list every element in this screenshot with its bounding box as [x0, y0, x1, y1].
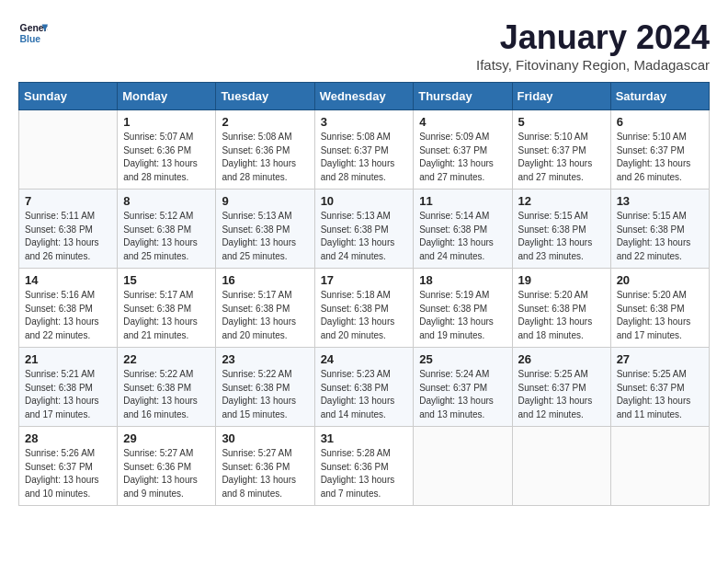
calendar-cell: 14Sunrise: 5:16 AM Sunset: 6:38 PM Dayli… [19, 269, 118, 348]
day-info: Sunrise: 5:11 AM Sunset: 6:38 PM Dayligh… [25, 210, 111, 263]
day-number: 7 [25, 194, 111, 208]
weekday-header-tuesday: Tuesday [216, 83, 314, 110]
calendar-cell: 10Sunrise: 5:13 AM Sunset: 6:38 PM Dayli… [314, 190, 414, 269]
weekday-header-thursday: Thursday [414, 83, 512, 110]
day-info: Sunrise: 5:22 AM Sunset: 6:38 PM Dayligh… [222, 368, 308, 421]
calendar-cell: 28Sunrise: 5:26 AM Sunset: 6:37 PM Dayli… [19, 427, 118, 506]
day-info: Sunrise: 5:16 AM Sunset: 6:38 PM Dayligh… [25, 289, 111, 342]
calendar-cell: 26Sunrise: 5:25 AM Sunset: 6:37 PM Dayli… [512, 348, 610, 427]
calendar-cell: 19Sunrise: 5:20 AM Sunset: 6:38 PM Dayli… [512, 269, 610, 348]
day-info: Sunrise: 5:18 AM Sunset: 6:38 PM Dayligh… [321, 289, 408, 342]
day-info: Sunrise: 5:23 AM Sunset: 6:38 PM Dayligh… [321, 368, 408, 421]
logo: General Blue [18, 18, 48, 48]
weekday-header-saturday: Saturday [610, 83, 709, 110]
calendar-cell [512, 427, 610, 506]
day-number: 29 [123, 431, 210, 445]
day-number: 11 [419, 194, 506, 208]
calendar-cell: 16Sunrise: 5:17 AM Sunset: 6:38 PM Dayli… [216, 269, 314, 348]
day-info: Sunrise: 5:17 AM Sunset: 6:38 PM Dayligh… [123, 289, 210, 342]
calendar-cell: 13Sunrise: 5:15 AM Sunset: 6:38 PM Dayli… [610, 190, 709, 269]
calendar-cell: 2Sunrise: 5:08 AM Sunset: 6:36 PM Daylig… [216, 110, 314, 190]
calendar-cell: 9Sunrise: 5:13 AM Sunset: 6:38 PM Daylig… [216, 190, 314, 269]
calendar-cell: 23Sunrise: 5:22 AM Sunset: 6:38 PM Dayli… [216, 348, 314, 427]
calendar-cell: 29Sunrise: 5:27 AM Sunset: 6:36 PM Dayli… [118, 427, 216, 506]
day-number: 17 [321, 273, 408, 287]
svg-text:Blue: Blue [20, 34, 41, 44]
day-number: 24 [321, 352, 408, 366]
day-number: 25 [419, 352, 506, 366]
calendar-cell: 21Sunrise: 5:21 AM Sunset: 6:38 PM Dayli… [19, 348, 118, 427]
day-number: 4 [419, 115, 506, 129]
day-info: Sunrise: 5:24 AM Sunset: 6:37 PM Dayligh… [419, 368, 506, 421]
day-info: Sunrise: 5:21 AM Sunset: 6:38 PM Dayligh… [25, 368, 111, 421]
day-info: Sunrise: 5:20 AM Sunset: 6:38 PM Dayligh… [518, 289, 605, 342]
calendar-cell: 3Sunrise: 5:08 AM Sunset: 6:37 PM Daylig… [314, 110, 414, 190]
calendar-cell: 7Sunrise: 5:11 AM Sunset: 6:38 PM Daylig… [19, 190, 118, 269]
day-info: Sunrise: 5:17 AM Sunset: 6:38 PM Dayligh… [222, 289, 308, 342]
day-number: 6 [617, 115, 703, 129]
location-title: Ifatsy, Fitovinany Region, Madagascar [476, 57, 710, 73]
calendar-cell: 11Sunrise: 5:14 AM Sunset: 6:38 PM Dayli… [414, 190, 512, 269]
day-number: 14 [25, 273, 111, 287]
day-number: 12 [518, 194, 605, 208]
day-info: Sunrise: 5:27 AM Sunset: 6:36 PM Dayligh… [123, 447, 210, 500]
day-number: 18 [419, 273, 506, 287]
day-info: Sunrise: 5:19 AM Sunset: 6:38 PM Dayligh… [419, 289, 506, 342]
day-info: Sunrise: 5:25 AM Sunset: 6:37 PM Dayligh… [617, 368, 703, 421]
calendar-week-row: 14Sunrise: 5:16 AM Sunset: 6:38 PM Dayli… [19, 269, 710, 348]
day-info: Sunrise: 5:07 AM Sunset: 6:36 PM Dayligh… [123, 131, 210, 184]
calendar-cell [414, 427, 512, 506]
calendar-cell: 15Sunrise: 5:17 AM Sunset: 6:38 PM Dayli… [118, 269, 216, 348]
day-number: 10 [321, 194, 408, 208]
day-info: Sunrise: 5:26 AM Sunset: 6:37 PM Dayligh… [25, 447, 111, 500]
day-info: Sunrise: 5:13 AM Sunset: 6:38 PM Dayligh… [222, 210, 308, 263]
weekday-header-wednesday: Wednesday [314, 83, 414, 110]
calendar-cell: 22Sunrise: 5:22 AM Sunset: 6:38 PM Dayli… [118, 348, 216, 427]
weekday-header-sunday: Sunday [19, 83, 118, 110]
day-info: Sunrise: 5:25 AM Sunset: 6:37 PM Dayligh… [518, 368, 605, 421]
calendar-week-row: 28Sunrise: 5:26 AM Sunset: 6:37 PM Dayli… [19, 427, 710, 506]
weekday-header-row: SundayMondayTuesdayWednesdayThursdayFrid… [19, 83, 710, 110]
calendar-cell: 4Sunrise: 5:09 AM Sunset: 6:37 PM Daylig… [414, 110, 512, 190]
day-info: Sunrise: 5:28 AM Sunset: 6:36 PM Dayligh… [321, 447, 408, 500]
day-info: Sunrise: 5:08 AM Sunset: 6:36 PM Dayligh… [222, 131, 308, 184]
day-number: 27 [617, 352, 703, 366]
day-number: 9 [222, 194, 308, 208]
day-number: 30 [222, 431, 308, 445]
day-info: Sunrise: 5:20 AM Sunset: 6:38 PM Dayligh… [617, 289, 703, 342]
calendar-cell: 12Sunrise: 5:15 AM Sunset: 6:38 PM Dayli… [512, 190, 610, 269]
weekday-header-monday: Monday [118, 83, 216, 110]
day-info: Sunrise: 5:10 AM Sunset: 6:37 PM Dayligh… [617, 131, 703, 184]
page-header: General Blue January 2024 Ifatsy, Fitovi… [18, 18, 710, 73]
day-number: 8 [123, 194, 210, 208]
month-title: January 2024 [476, 18, 710, 57]
calendar-cell: 5Sunrise: 5:10 AM Sunset: 6:37 PM Daylig… [512, 110, 610, 190]
day-number: 3 [321, 115, 408, 129]
calendar-cell [19, 110, 118, 190]
day-number: 19 [518, 273, 605, 287]
calendar-cell: 30Sunrise: 5:27 AM Sunset: 6:36 PM Dayli… [216, 427, 314, 506]
calendar-table: SundayMondayTuesdayWednesdayThursdayFrid… [18, 82, 710, 506]
day-info: Sunrise: 5:10 AM Sunset: 6:37 PM Dayligh… [518, 131, 605, 184]
day-number: 20 [617, 273, 703, 287]
day-number: 13 [617, 194, 703, 208]
day-number: 22 [123, 352, 210, 366]
calendar-cell: 20Sunrise: 5:20 AM Sunset: 6:38 PM Dayli… [610, 269, 709, 348]
day-number: 1 [123, 115, 210, 129]
day-info: Sunrise: 5:08 AM Sunset: 6:37 PM Dayligh… [321, 131, 408, 184]
day-number: 16 [222, 273, 308, 287]
title-block: January 2024 Ifatsy, Fitovinany Region, … [476, 18, 710, 73]
calendar-week-row: 21Sunrise: 5:21 AM Sunset: 6:38 PM Dayli… [19, 348, 710, 427]
day-number: 15 [123, 273, 210, 287]
day-number: 5 [518, 115, 605, 129]
day-info: Sunrise: 5:09 AM Sunset: 6:37 PM Dayligh… [419, 131, 506, 184]
day-info: Sunrise: 5:14 AM Sunset: 6:38 PM Dayligh… [419, 210, 506, 263]
day-number: 2 [222, 115, 308, 129]
calendar-week-row: 7Sunrise: 5:11 AM Sunset: 6:38 PM Daylig… [19, 190, 710, 269]
calendar-cell: 6Sunrise: 5:10 AM Sunset: 6:37 PM Daylig… [610, 110, 709, 190]
day-info: Sunrise: 5:15 AM Sunset: 6:38 PM Dayligh… [617, 210, 703, 263]
calendar-cell: 8Sunrise: 5:12 AM Sunset: 6:38 PM Daylig… [118, 190, 216, 269]
calendar-cell: 17Sunrise: 5:18 AM Sunset: 6:38 PM Dayli… [314, 269, 414, 348]
day-number: 31 [321, 431, 408, 445]
day-number: 23 [222, 352, 308, 366]
